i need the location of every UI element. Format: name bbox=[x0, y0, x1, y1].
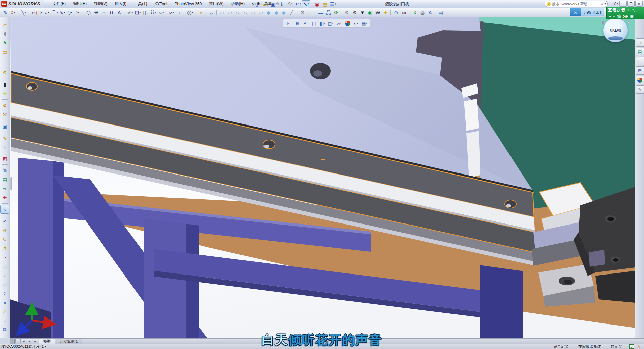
punctuation-icon[interactable]: °, bbox=[632, 8, 635, 12]
print-report-button[interactable]: ⎙ bbox=[419, 9, 426, 16]
view-dimetric-button[interactable]: ◆ bbox=[280, 9, 288, 16]
sketch-eraser-button[interactable]: ◊ bbox=[9, 9, 17, 16]
mid-document-button[interactable]: ▮ bbox=[1, 80, 9, 89]
folder-disc-button[interactable]: ◔ bbox=[1, 57, 9, 65]
tab-nav-prev-button[interactable]: ◀ bbox=[21, 339, 26, 343]
verification-button[interactable]: ✓ bbox=[1, 335, 9, 338]
taskpane-appearances-tab[interactable] bbox=[636, 76, 644, 84]
ink-sketch-button[interactable]: ∪ bbox=[108, 9, 115, 16]
tape-measure-button[interactable]: ⊚ bbox=[1, 226, 9, 234]
move-entities-button[interactable]: ↘ bbox=[157, 9, 165, 16]
section-view-button[interactable]: ◫ bbox=[310, 20, 318, 27]
corner-perpendicular-button[interactable]: ∟ bbox=[306, 9, 314, 16]
options-list-button[interactable]: ☰ bbox=[329, 1, 337, 8]
tab-model[interactable]: 模型 bbox=[39, 339, 55, 344]
view-back-button[interactable]: ▱ bbox=[226, 9, 234, 16]
arc-tool-button[interactable]: ⌒ bbox=[51, 9, 58, 16]
doc-close-button[interactable]: ✕ bbox=[627, 19, 630, 24]
folder-snapshot-button[interactable]: ▤ bbox=[1, 48, 9, 56]
keyboard-icon[interactable]: ▦ bbox=[630, 14, 633, 19]
view-bottom-button[interactable]: ▱ bbox=[257, 9, 265, 16]
refresh-model-button[interactable]: ⟳ bbox=[332, 9, 340, 16]
compare-documents-button[interactable]: ⧉ bbox=[1, 326, 9, 334]
undo-button[interactable]: ↶ bbox=[294, 1, 302, 8]
polygon-tool-button[interactable]: ⬡ bbox=[85, 9, 92, 16]
notebook-button[interactable]: ▤ bbox=[437, 9, 445, 16]
print-button[interactable]: ⎙ bbox=[286, 1, 294, 8]
ime-panel[interactable]: 五笔拼音 ☾ °, ☚ ⌕ 简 GB ▦ bbox=[606, 7, 644, 19]
save-button[interactable]: ▣ bbox=[270, 1, 278, 8]
schematic-button[interactable]: 品 bbox=[325, 9, 332, 16]
ime-hand-icon[interactable]: ☚ bbox=[608, 14, 611, 19]
screwdriver-tool-button[interactable]: ╱ bbox=[288, 9, 296, 16]
taskpane-home-tab[interactable]: ⌂ bbox=[636, 38, 644, 47]
pulley-button[interactable]: ▼ bbox=[359, 9, 366, 16]
zoom-area-button[interactable]: ⊕ bbox=[293, 20, 301, 27]
design-library-books-button[interactable]: ▤ bbox=[1, 175, 9, 184]
linear-pattern-button[interactable]: ⠿ bbox=[149, 9, 157, 16]
view-isometric-button[interactable]: ◆ bbox=[265, 9, 272, 16]
restore-button[interactable]: ❐ bbox=[627, 1, 635, 7]
interference-light-button[interactable]: ◉ bbox=[313, 1, 321, 8]
sketch-button[interactable]: ✎ bbox=[1, 9, 9, 16]
ime-mode-simplified[interactable]: 简 bbox=[617, 14, 621, 19]
moon-icon[interactable]: ☾ bbox=[627, 8, 631, 12]
zoom-fit-button[interactable]: ⊡ bbox=[285, 20, 292, 27]
view-settings-button[interactable]: ▦ bbox=[361, 20, 368, 27]
folder-gears-button[interactable]: ⚙ bbox=[1, 68, 9, 77]
normal-to-button[interactable]: ⇩ bbox=[208, 9, 215, 16]
yellow-cross-button[interactable]: ✚ bbox=[382, 9, 389, 16]
insert-component-button[interactable]: ⇘ bbox=[1, 134, 9, 142]
performance-gauge-button[interactable]: ◔ bbox=[1, 253, 9, 261]
attachment-paperclip-button[interactable]: § bbox=[1, 30, 9, 38]
folder-up-button[interactable]: ↰ bbox=[1, 244, 9, 252]
gears-button[interactable]: ⚙ bbox=[1, 101, 9, 109]
point-tool-button[interactable]: ✳ bbox=[92, 9, 100, 16]
select-button[interactable]: ↖ bbox=[302, 1, 310, 8]
menu-window[interactable]: 窗口(W) bbox=[205, 0, 227, 8]
apply-scene-button[interactable]: ◐ bbox=[352, 20, 360, 27]
view-orientation-button[interactable]: ◧ bbox=[319, 20, 326, 27]
magnifier-search-button[interactable]: ⊙ bbox=[392, 9, 400, 16]
first-aid-button[interactable]: ✚ bbox=[1, 193, 9, 202]
window-model-button[interactable]: ▣ bbox=[1, 122, 9, 130]
binoculars-find-button[interactable]: ∞ bbox=[400, 9, 408, 16]
search-dropdown-icon[interactable]: ▾ bbox=[605, 2, 606, 5]
menu-file[interactable]: 文件(F) bbox=[49, 0, 69, 8]
tab-nav-next-button[interactable]: ▶ bbox=[27, 339, 32, 343]
excel-export-button[interactable]: X bbox=[411, 9, 419, 16]
add-dimension-button[interactable]: ＋ bbox=[175, 9, 183, 16]
net-speed-ball[interactable]: 0KB/s bbox=[603, 18, 628, 42]
spring-button[interactable]: ₩ bbox=[374, 9, 382, 16]
open-with-gear-button[interactable]: ▱ bbox=[1, 20, 9, 29]
close-button[interactable]: ✕ bbox=[635, 1, 643, 7]
tab-nav-last-button[interactable]: ⏭ bbox=[33, 339, 38, 343]
monitor-view-button[interactable]: ▬ bbox=[317, 9, 325, 16]
trim-entities-button[interactable]: ⋇ bbox=[126, 9, 134, 16]
book-check-button[interactable]: ✓ bbox=[1, 271, 9, 280]
search-input[interactable] bbox=[552, 2, 600, 6]
view-trimetric-button[interactable]: ◆ bbox=[272, 9, 280, 16]
view-top-button[interactable]: ▱ bbox=[249, 9, 257, 16]
exploded-lines-button[interactable]: ⨯ bbox=[1, 298, 9, 307]
warning-bell-button[interactable]: ⚠ bbox=[1, 307, 9, 316]
network-speed-badge[interactable]: ∞ ↓ 99 KB/s bbox=[570, 8, 604, 16]
gear-wrench-button[interactable]: ⚒ bbox=[1, 110, 9, 118]
view-left-button[interactable]: ▱ bbox=[234, 9, 241, 16]
previous-view-button[interactable]: ↶ bbox=[302, 20, 309, 27]
text-tool-button[interactable]: A bbox=[115, 9, 123, 16]
rectangle-tool-button[interactable]: ▭ bbox=[28, 9, 35, 16]
mirror-entities-button[interactable]: ◫ bbox=[142, 9, 149, 16]
menu-view[interactable]: 视图(V) bbox=[90, 0, 111, 8]
person-clock-button[interactable]: ◷ bbox=[1, 262, 9, 270]
circle-tool-button[interactable]: ○ bbox=[43, 9, 51, 16]
menu-insert[interactable]: 插入(I) bbox=[111, 0, 130, 8]
fastener-button[interactable]: ⊙ bbox=[299, 9, 306, 16]
new-document-button[interactable]: ▯ bbox=[254, 1, 262, 8]
customize-button[interactable]: 自定义 ▴ bbox=[606, 344, 629, 349]
menu-edit[interactable]: 编辑(E) bbox=[69, 0, 90, 8]
fillet-tool-button[interactable]: ◝ bbox=[74, 9, 82, 16]
taskpane-view-palette-tab[interactable]: ⊞ bbox=[636, 66, 644, 75]
settings-gear-button[interactable]: ⚙ bbox=[343, 9, 351, 16]
taskpane-design-library-tab[interactable]: ▤ bbox=[636, 48, 644, 56]
